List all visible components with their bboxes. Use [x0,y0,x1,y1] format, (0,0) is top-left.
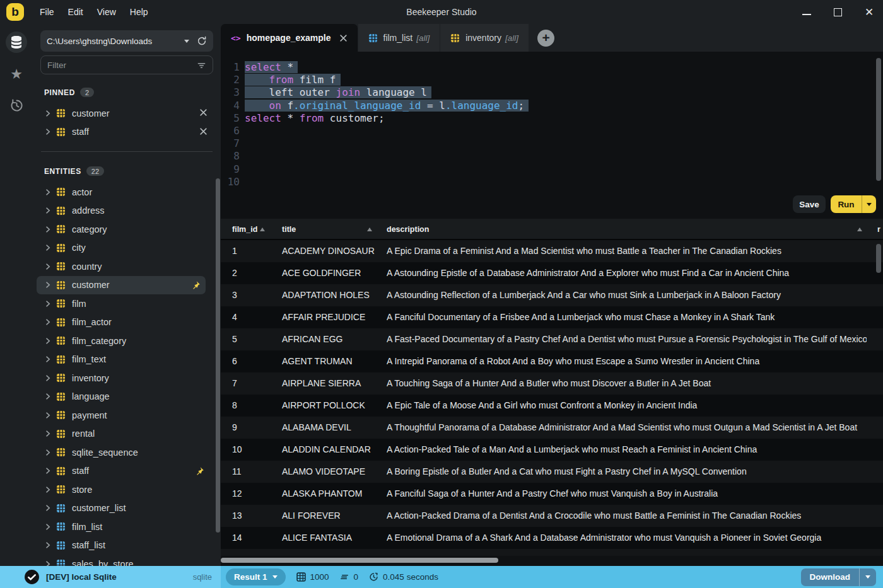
chevron-right-icon[interactable] [44,393,52,400]
table-row[interactable]: 1ACADEMY DINOSAURA Epic Drama of a Femin… [221,240,883,262]
sort-asc-icon[interactable] [260,228,265,231]
close-icon[interactable]: ✕ [864,7,874,17]
tab-inventory[interactable]: inventory[all] [440,24,529,52]
chevron-right-icon[interactable] [44,504,52,512]
table-row[interactable]: 4AFFAIR PREJUDICEA Fanciful Documentary … [221,306,883,328]
table-row[interactable]: 5AFRICAN EGGA Fast-Paced Documentary of … [221,328,883,350]
pinned-item-customer[interactable]: customer [33,104,221,123]
download-label[interactable]: Download [801,572,860,582]
sidebar-item-film_text[interactable]: film_text [33,350,221,369]
chevron-right-icon[interactable] [44,281,52,289]
history-icon[interactable] [6,95,27,116]
download-button[interactable]: Download [801,568,877,586]
menu-help[interactable]: Help [123,4,155,20]
sidebar-item-film_category[interactable]: film_category [33,331,221,350]
sidebar-item-address[interactable]: address [33,202,221,221]
chevron-right-icon[interactable] [44,244,52,251]
table-row[interactable]: 8AIRPORT POLLOCKA Epic Tale of a Moose A… [221,395,883,417]
table-row[interactable]: 2ACE GOLDFINGERA Astounding Epistle of a… [221,262,883,284]
sidebar-item-sales_by_store[interactable]: sales_by_store [33,555,221,566]
chevron-right-icon[interactable] [44,263,52,270]
results-horizontal-scrollbar[interactable] [221,558,498,563]
favorites-star-icon[interactable]: ★ [6,63,27,84]
chevron-right-icon[interactable] [44,486,52,493]
filter-input[interactable] [47,61,197,70]
chevron-right-icon[interactable] [44,523,52,531]
results-vertical-scrollbar[interactable] [876,244,881,273]
table-row[interactable]: 12ALASKA PHANTOMA Fanciful Saga of a Hun… [221,483,883,505]
chevron-right-icon[interactable] [44,207,52,214]
table-row[interactable]: 11ALAMO VIDEOTAPEA Boring Epistle of a B… [221,461,883,483]
table-row[interactable]: 15ALIEN CENTERA Brilliant Drama of a Cat… [221,549,883,556]
save-button[interactable]: Save [793,195,826,213]
menu-edit[interactable]: Edit [61,4,90,20]
entity-filter[interactable] [40,55,213,74]
sidebar-item-city[interactable]: city [33,239,221,258]
database-icon[interactable] [6,32,27,53]
sidebar-item-film_list[interactable]: film_list [33,517,221,536]
chevron-right-icon[interactable] [44,449,52,456]
sidebar-item-country[interactable]: country [33,257,221,276]
sidebar-item-sqlite_sequence[interactable]: sqlite_sequence [33,443,221,462]
sidebar-item-category[interactable]: category [33,220,221,239]
sidebar-item-actor[interactable]: actor [33,183,221,202]
sidebar-item-store[interactable]: store [33,480,221,499]
pinned-item-staff[interactable]: staff [33,123,221,142]
editor-scrollbar[interactable] [876,58,881,181]
chevron-right-icon[interactable] [44,541,52,549]
column-header-description[interactable]: description [387,219,429,240]
pin-icon[interactable] [191,280,201,290]
sidebar-item-inventory[interactable]: inventory [33,369,221,388]
sidebar-item-rental[interactable]: rental [33,425,221,444]
sidebar-item-staff_list[interactable]: staff_list [33,536,221,555]
refresh-icon[interactable] [197,36,207,46]
chevron-right-icon[interactable] [44,337,52,345]
sort-asc-icon[interactable] [857,228,862,231]
chevron-right-icon[interactable] [44,560,52,566]
sort-asc-icon[interactable] [367,228,372,231]
table-row[interactable]: 7AIRPLANE SIERRAA Touching Saga of a Hun… [221,372,883,395]
sidebar-item-staff[interactable]: staff [33,462,221,481]
column-header-title[interactable]: title [282,219,296,240]
menu-view[interactable]: View [90,4,123,20]
tab-homepage_example[interactable]: <>homepage_example [221,24,358,52]
table-row[interactable]: 10ALADDIN CALENDARA Action-Packed Tale o… [221,439,883,461]
chevron-right-icon[interactable] [44,188,52,196]
table-row[interactable]: 6AGENT TRUMANA Intrepid Panorama of a Ro… [221,350,883,372]
chevron-right-icon[interactable] [44,467,52,475]
column-header-film_id[interactable]: film_id [232,219,257,240]
column-header-partial[interactable]: r [877,219,880,240]
table-row[interactable]: 3ADAPTATION HOLESA Astounding Reflection… [221,284,883,306]
chevron-right-icon[interactable] [44,318,52,326]
pin-icon[interactable] [195,466,204,476]
chevron-right-icon[interactable] [44,430,52,437]
chevron-right-icon[interactable] [44,226,52,233]
unpin-close-icon[interactable] [199,108,208,117]
tab-film_list[interactable]: film_list[all] [358,24,440,52]
connection-selector[interactable]: C:\Users\ghstng\Downloads [40,30,213,52]
run-button[interactable]: Run [831,195,876,213]
maximize-icon[interactable] [834,8,842,16]
menu-file[interactable]: File [33,4,61,20]
chevron-right-icon[interactable] [44,412,52,419]
sidebar-scrollbar[interactable] [216,178,220,533]
minimize-icon[interactable] [802,9,811,15]
sql-code[interactable]: select * from film f left outer join lan… [245,61,870,188]
unpin-close-icon[interactable] [199,127,208,136]
chevron-right-icon[interactable] [44,110,52,117]
table-row[interactable]: 14ALICE FANTASIAA Emotional Drama of a A… [221,527,883,549]
sidebar-item-language[interactable]: language [33,388,221,406]
sidebar-item-film_actor[interactable]: film_actor [33,313,221,332]
sidebar-item-film[interactable]: film [33,294,221,313]
chevron-right-icon[interactable] [44,128,52,135]
chevron-right-icon[interactable] [44,300,52,308]
sidebar-item-payment[interactable]: payment [33,406,221,425]
run-label[interactable]: Run [831,200,862,209]
sidebar-item-customer_list[interactable]: customer_list [33,499,221,518]
sidebar-item-customer[interactable]: customer [37,276,206,295]
new-tab-button[interactable]: + [537,30,554,47]
chevron-right-icon[interactable] [44,374,52,382]
result-selector[interactable]: Result 1 [226,568,286,585]
connection-status[interactable]: [DEV] local Sqlite sqlite [0,566,221,588]
tab-close-icon[interactable] [339,34,348,42]
